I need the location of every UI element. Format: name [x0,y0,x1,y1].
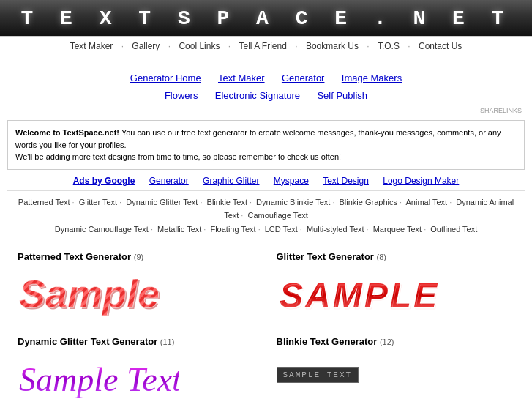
tag-dynamic-glitter-text[interactable]: Dynamic Glitter Text [126,198,198,206]
nav-contact-us[interactable]: Contact Us [419,41,462,51]
nav-sep: · [408,41,410,51]
gen-cell-patterned: Patterned Text Generator (9) Sample Samp… [7,242,266,327]
secondary-nav: Generator Home Text Maker Generator Imag… [7,70,525,104]
tag-dynamic-blinkie-text[interactable]: Dynamic Blinkie Text [256,198,330,206]
nav-sep: · [295,41,297,51]
gen-count-blinkie: (12) [380,338,394,346]
tag-metallic-text[interactable]: Metallic Text [157,225,201,234]
gen-cell-glitter: Glitter Text Generator (8) SAMPLE SAMPLE [266,242,525,327]
tag-outlined-text[interactable]: Outlined Text [430,225,477,234]
tag-lcd-text[interactable]: LCD Text [265,225,298,234]
gen-cell-blinkie: Blinkie Text Generator (12) SAMPLE TEXT [266,327,525,399]
ads-link-myspace[interactable]: Myspace [274,176,309,186]
nav-sep: · [121,41,124,51]
gen-link-glitter[interactable]: Glitter Text Generator [277,251,374,262]
tag-links: Patterned Text· Glitter Text· Dynamic Gl… [7,195,525,236]
gen-count-patterned: (9) [134,253,143,261]
ads-link-logo-design-maker[interactable]: Logo Design Maker [383,176,459,186]
share-links: SHARELINKS [7,107,522,114]
nav-cool-links[interactable]: Cool Links [179,41,220,51]
tag-multi-styled-text[interactable]: Multi-styled Text [307,225,364,234]
gen-count-glitter: (8) [377,253,386,261]
patterned-text-svg: Sample Sample Sample [18,268,164,316]
tag-camouflage-text[interactable]: Camouflage Text [247,211,307,220]
nav-tos[interactable]: T.O.S [378,41,400,51]
svg-text:Sample Text: Sample Text [19,361,179,398]
gen-count-dynamic-glitter: (11) [160,338,175,346]
tag-floating-text[interactable]: Floating Text [210,225,255,234]
main-navbar: Text Maker · Gallery · Cool Links · Tell… [0,36,532,56]
ads-by-google-link[interactable]: Ads by Google [73,176,135,186]
nav-text-maker[interactable]: Text Maker [70,41,113,51]
nav-bookmark-us[interactable]: Bookmark Us [306,41,359,51]
sec-nav-generator-home[interactable]: Generator Home [130,72,201,83]
main-content: Generator Home Text Maker Generator Imag… [0,56,532,399]
ads-row: Ads by Google Generator Graphic Glitter … [7,176,525,186]
sec-nav-image-makers[interactable]: Image Makers [342,72,402,83]
gen-title-glitter: Glitter Text Generator (8) [277,251,515,262]
nav-gallery[interactable]: Gallery [132,41,160,51]
gen-link-blinkie[interactable]: Blinkie Text Generator [277,336,378,347]
welcome-box: Welcome to TextSpace.net! You can use ou… [7,120,525,170]
divider [7,190,525,191]
tag-dynamic-camouflage-text[interactable]: Dynamic Camouflage Text [55,225,149,234]
sec-nav-flowers[interactable]: Flowers [165,90,198,101]
sample-glitter[interactable]: SAMPLE SAMPLE [277,268,515,316]
sec-nav-text-maker[interactable]: Text Maker [218,72,265,83]
generator-grid: Patterned Text Generator (9) Sample Samp… [7,242,525,399]
site-logo: T E X T S P A C E . N E T [0,7,532,30]
site-header: T E X T S P A C E . N E T [0,0,532,36]
welcome-bold: Welcome to TextSpace.net! [15,128,119,137]
glitter-text-svg: SAMPLE SAMPLE [277,268,438,316]
gen-title-blinkie: Blinkie Text Generator (12) [277,336,515,347]
sec-nav-generator[interactable]: Generator [282,72,325,83]
dynamic-glitter-svg: Sample Text [18,353,179,399]
tag-blinkie-text[interactable]: Blinkie Text [207,198,247,206]
tag-blinkie-graphics[interactable]: Blinkie Graphics [340,198,397,206]
tag-animal-text[interactable]: Animal Text [406,198,448,206]
sec-nav-electronic-signature[interactable]: Electronic Signature [215,90,300,101]
ads-link-text-design[interactable]: Text Design [323,176,369,186]
sec-nav-self-publish[interactable]: Self Publish [317,90,367,101]
tag-patterned-text[interactable]: Patterned Text [18,198,70,206]
welcome-body2: We'll be adding more text designs from t… [15,152,341,161]
tag-glitter-text[interactable]: Glitter Text [79,198,117,206]
nav-sep: · [367,41,369,51]
gen-link-dynamic-glitter[interactable]: Dynamic Glitter Text Generator [18,336,157,347]
sample-dynamic-glitter[interactable]: Sample Text [18,353,256,399]
svg-text:Sample: Sample [19,272,160,316]
tag-marquee-text[interactable]: Marquee Text [373,225,422,234]
ads-link-graphic-glitter[interactable]: Graphic Glitter [203,176,259,186]
sample-patterned[interactable]: Sample Sample Sample [18,268,256,316]
nav-sep: · [168,41,171,51]
sample-blinkie[interactable]: SAMPLE TEXT [277,353,515,397]
nav-tell-a-friend[interactable]: Tell A Friend [239,41,286,51]
nav-sep: · [228,41,231,51]
gen-title-patterned: Patterned Text Generator (9) [18,251,256,262]
gen-link-patterned[interactable]: Patterned Text Generator [18,251,131,262]
gen-cell-dynamic-glitter: Dynamic Glitter Text Generator (11) Samp… [7,327,266,399]
blinkie-sample-text: SAMPLE TEXT [277,367,359,383]
ads-link-generator[interactable]: Generator [149,176,189,186]
svg-text:SAMPLE: SAMPLE [281,277,438,316]
gen-title-dynamic-glitter: Dynamic Glitter Text Generator (11) [18,336,256,347]
